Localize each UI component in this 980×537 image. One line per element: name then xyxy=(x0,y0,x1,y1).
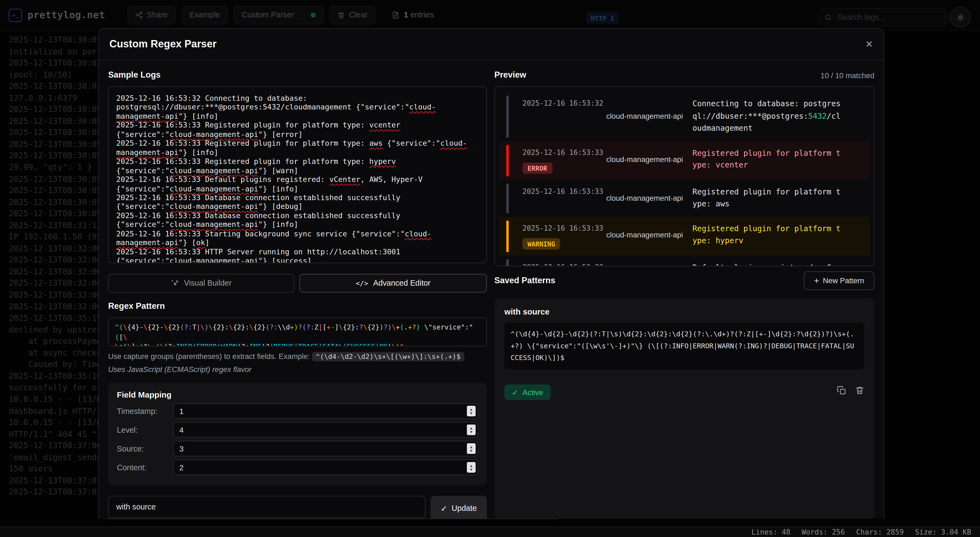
number-stepper[interactable]: ▲▼ xyxy=(467,443,476,454)
custom-regex-parser-modal: Custom Regex Parser ✕ Sample Logs 2025-1… xyxy=(98,28,884,519)
check-icon: ✓ xyxy=(512,388,518,397)
group-number-input[interactable] xyxy=(174,462,477,472)
modal-header: Custom Regex Parser ✕ xyxy=(99,29,884,60)
number-stepper[interactable]: ▲▼ xyxy=(467,424,476,435)
row-message: Registered plugin for platform type: vce… xyxy=(692,147,841,174)
preview-panel[interactable]: 2025-12-16 16:53:32cloud-management-apiC… xyxy=(494,86,874,266)
row-timestamp: 2025-12-16 16:53:33 xyxy=(522,186,606,210)
saved-pattern-card: with source ^(\d{4}-\d{2}-\d{2}(?:T|\s)\… xyxy=(494,298,874,519)
row-timestamp: 2025-12-16 16:53:33WARNING xyxy=(522,223,606,249)
field-mapping-row: Source:▲▼ xyxy=(117,441,478,456)
pattern-name-input[interactable] xyxy=(109,502,425,512)
row-message: Registered plugin for platform type: hyp… xyxy=(692,223,841,249)
preview-row: 2025-12-16 16:53:32cloud-management-apiC… xyxy=(499,92,870,141)
regex-help-text: Use capture groups (parentheses) to extr… xyxy=(108,352,489,361)
advanced-editor-label: Advanced Editor xyxy=(373,279,431,288)
update-label: Update xyxy=(452,504,477,513)
field-label: Level: xyxy=(117,425,173,434)
field-mapping-row: Content:▲▼ xyxy=(117,460,478,475)
code-icon: </> xyxy=(356,279,368,287)
row-message: Default plugins registered: vCenter, AWS… xyxy=(692,262,841,266)
advanced-editor-button[interactable]: </> Advanced Editor xyxy=(299,274,487,293)
regex-example-chip: ^(\d4-\d2-\d2)\s+\[(\w+)\]:\s+(.+)$ xyxy=(312,352,465,361)
row-source: cloud-management-api xyxy=(606,147,692,174)
field-label: Timestamp: xyxy=(117,406,173,415)
level-badge: ERROR xyxy=(522,162,552,174)
regex-flavor-note: Uses JavaScript (ECMAScript) regex flavo… xyxy=(108,365,251,374)
field-mapping-card: Field Mapping Timestamp:▲▼Level:▲▼Source… xyxy=(108,382,487,485)
group-number-field[interactable]: ▲▼ xyxy=(173,422,478,438)
update-button[interactable]: ✓ Update xyxy=(431,496,487,519)
status-item: Chars: 2859 xyxy=(856,528,904,537)
saved-pattern-name: with source xyxy=(504,307,864,316)
status-item: Size: 3.04 KB xyxy=(915,528,971,537)
copy-icon[interactable] xyxy=(837,386,846,395)
group-number-field[interactable]: ▲▼ xyxy=(173,403,478,419)
row-source: cloud-management-api xyxy=(606,262,692,266)
level-color-bar xyxy=(506,183,509,213)
active-label: Active xyxy=(523,388,543,397)
level-color-bar xyxy=(506,259,509,266)
close-icon[interactable]: ✕ xyxy=(865,38,873,49)
active-badge[interactable]: ✓ Active xyxy=(504,384,550,400)
new-pattern-button[interactable]: + New Pattern xyxy=(804,271,874,290)
saved-pattern-regex: ^(\d{4}-\d{2}-\d{2}(?:T|\s)\d{2}:\d{2}:\… xyxy=(504,323,864,370)
level-color-bar xyxy=(506,220,509,252)
field-label: Source: xyxy=(117,444,173,453)
row-timestamp: 2025-12-16 16:53:32 xyxy=(522,98,606,134)
preview-row: 2025-12-16 16:53:33ERRORcloud-management… xyxy=(499,141,870,180)
preview-row: 2025-12-16 16:53:33WARNINGcloud-manageme… xyxy=(499,217,870,255)
number-stepper[interactable]: ▲▼ xyxy=(467,462,476,473)
field-label: Content: xyxy=(117,463,173,472)
saved-patterns-label: Saved Patterns xyxy=(494,276,555,285)
group-number-input[interactable] xyxy=(174,444,477,454)
new-pattern-label: New Pattern xyxy=(823,276,864,285)
status-bar: Lines: 48Words: 256Chars: 2859Size: 3.04… xyxy=(0,526,980,537)
field-mapping-row: Timestamp:▲▼ xyxy=(117,404,478,418)
match-count: 10 / 10 matched xyxy=(741,71,874,80)
regex-pattern-editor[interactable]: ^(\{4}-\{2}-\{2}(?:T|\)\{2}:\{2}:\{2}(?:… xyxy=(108,317,487,346)
regex-pattern-label: Regex Pattern xyxy=(108,301,165,311)
sample-logs-label: Sample Logs xyxy=(108,70,161,79)
group-number-field[interactable]: ▲▼ xyxy=(173,459,478,475)
number-stepper[interactable]: ▲▼ xyxy=(467,406,476,416)
app-root: >_ prettylog.net Share Example Custom Pa… xyxy=(0,0,980,537)
cursor-sparkle-icon xyxy=(171,279,179,287)
field-mapping-row: Level:▲▼ xyxy=(117,422,478,437)
row-timestamp: 2025-12-16 16:53:33 xyxy=(522,262,606,266)
field-mapping-title: Field Mapping xyxy=(117,390,478,400)
level-color-bar xyxy=(506,96,509,137)
status-item: Lines: 48 xyxy=(751,528,790,537)
visual-builder-button[interactable]: Visual Builder xyxy=(108,274,294,293)
row-source: cloud-management-api xyxy=(606,223,692,249)
row-source: cloud-management-api xyxy=(606,186,692,210)
check-icon: ✓ xyxy=(441,504,447,513)
sample-logs-textarea[interactable]: 2025-12-16 16:53:32 Connecting to databa… xyxy=(108,86,487,263)
preview-row: 2025-12-16 16:53:33cloud-management-apiR… xyxy=(499,180,870,217)
preview-row: 2025-12-16 16:53:33cloud-management-apiD… xyxy=(499,255,870,266)
plus-icon: + xyxy=(814,276,819,286)
row-message: Registered plugin for platform type: aws xyxy=(692,186,841,210)
status-item: Words: 256 xyxy=(802,528,845,537)
group-number-field[interactable]: ▲▼ xyxy=(173,441,478,456)
modal-title: Custom Regex Parser xyxy=(110,38,217,50)
group-number-input[interactable] xyxy=(174,425,477,435)
level-color-bar xyxy=(506,145,509,176)
row-message: Connecting to database: postgresql://dbu… xyxy=(692,98,841,134)
level-badge: WARNING xyxy=(522,238,560,249)
preview-label: Preview xyxy=(494,70,526,79)
pattern-name-field[interactable] xyxy=(108,496,425,518)
row-source: cloud-management-api xyxy=(606,98,692,134)
visual-builder-label: Visual Builder xyxy=(184,279,232,288)
trash-icon[interactable] xyxy=(855,386,864,395)
group-number-input[interactable] xyxy=(174,406,477,416)
row-timestamp: 2025-12-16 16:53:33ERROR xyxy=(522,147,606,174)
